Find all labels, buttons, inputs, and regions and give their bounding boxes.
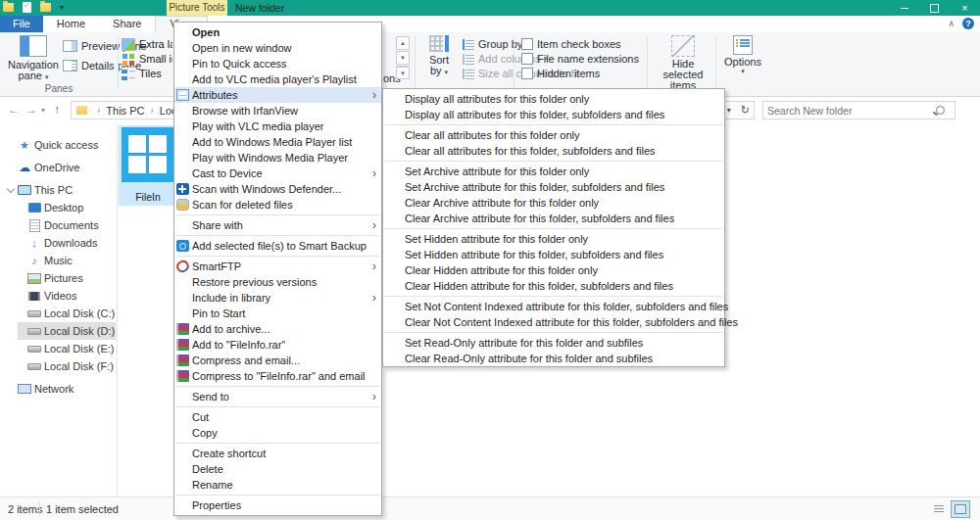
navigation-pane-button[interactable]: Navigation pane ▾ (8, 35, 59, 82)
file-item-selected[interactable]: FileIn (119, 125, 177, 206)
refresh-icon[interactable]: ↻ (741, 104, 750, 117)
submenu-item-clear-all-attributes-for-this-folder-subfolders-and-files[interactable]: Clear all attributes for this folder, su… (383, 143, 724, 159)
sidebar-item-onedrive[interactable]: ☁OneDrive (18, 159, 116, 176)
menu-item-smartftp[interactable]: SmartFTP› (174, 259, 381, 274)
tab-share[interactable]: Share (99, 16, 155, 32)
gallery-scroll-up-button[interactable]: ▲ (396, 36, 410, 50)
checkbox-icon[interactable] (521, 38, 533, 50)
menu-item-add-to-vlc-media-player-s-playlist[interactable]: Add to VLC media player's Playlist (174, 71, 381, 87)
menu-item-add-to-windows-media-player-list[interactable]: Add to Windows Media Player list (174, 134, 381, 150)
menu-item-play-with-vlc-media-player[interactable]: Play with VLC media player (174, 118, 381, 134)
forward-icon[interactable]: → (25, 103, 37, 117)
recent-locations-icon[interactable]: ▾ (41, 106, 45, 115)
layout-option-extra-large-icons[interactable]: Extra large icons (122, 37, 172, 51)
menu-item-play-with-windows-media-player[interactable]: Play with Windows Media Player (174, 150, 381, 165)
back-icon[interactable]: ← (8, 103, 20, 117)
search-box[interactable] (762, 101, 956, 119)
checkbox-item-check-boxes[interactable]: Item check boxes (521, 37, 621, 51)
menu-item-pin-to-start[interactable]: Pin to Start (174, 306, 381, 321)
submenu-item-display-all-attributes-for-this-folder-subfolders-and-files[interactable]: Display all attributes for this folder, … (383, 107, 724, 122)
hide-selected-items-button[interactable]: Hide selected items (655, 35, 711, 91)
submenu-item-clear-all-attributes-for-this-folder-only[interactable]: Clear all attributes for this folder onl… (383, 127, 724, 143)
tab-file[interactable]: File (0, 16, 43, 32)
menu-item-properties[interactable]: Properties (174, 497, 381, 513)
menu-item-compress-to-fileinfo-rar-and-email[interactable]: Compress to "FileInfo.rar" and email (174, 368, 381, 384)
sidebar-item-network[interactable]: Network (18, 380, 116, 398)
menu-item-cast-to-device[interactable]: Cast to Device› (174, 165, 381, 181)
submenu-item-set-hidden-attribute-for-this-folder-subfolders-and-files[interactable]: Set Hidden attribute for this folder, su… (383, 247, 724, 262)
menu-item-scan-for-deleted-files[interactable]: Scan for deleted files (174, 197, 381, 213)
sidebar-item-downloads[interactable]: ↓Downloads (18, 234, 116, 252)
search-input[interactable] (763, 105, 936, 117)
large-icons-view-button[interactable] (951, 500, 970, 518)
menu-item-open[interactable]: Open (174, 24, 381, 40)
group-by-button[interactable]: Group by▾ (463, 37, 530, 51)
sidebar-item-music[interactable]: ♪Music (18, 252, 116, 269)
submenu-item-set-hidden-attribute-for-this-folder-only[interactable]: Set Hidden attribute for this folder onl… (383, 231, 724, 247)
qat-dropdown-icon[interactable]: ▾ (60, 3, 64, 12)
menu-item-cut[interactable]: Cut (174, 409, 381, 425)
sidebar-item-videos[interactable]: Videos (18, 287, 116, 305)
submenu-item-clear-archive-attribute-for-this-folder-only[interactable]: Clear Archive attribute for this folder … (383, 195, 724, 211)
layout-option-tiles[interactable]: Tiles (122, 67, 172, 80)
menu-item-send-to[interactable]: Send to› (174, 389, 381, 404)
checkbox-icon[interactable] (521, 53, 533, 65)
menu-item-open-in-new-window[interactable]: Open in new window (174, 40, 381, 56)
sidebar-item-documents[interactable]: Documents (18, 216, 116, 234)
sidebar-item-local-disk-d-[interactable]: Local Disk (D:) (18, 322, 116, 340)
menu-item-add-to-fileinfo-rar[interactable]: Add to "FileInfo.rar" (174, 337, 381, 353)
submenu-item-display-all-attributes-for-this-folder-only[interactable]: Display all attributes for this folder o… (383, 91, 724, 107)
sidebar-item-pictures[interactable]: Pictures (18, 269, 116, 287)
close-button[interactable]: × (950, 0, 980, 16)
submenu-item-set-not-content-indexed-attribute-for-this-folder-subfolders[interactable]: Set Not Content Indexed attribute for th… (383, 299, 724, 314)
folder-icon[interactable] (40, 3, 51, 12)
folder-icon[interactable] (3, 3, 14, 12)
menu-item-include-in-library[interactable]: Include in library› (174, 290, 381, 306)
menu-item-scan-with-windows-defender[interactable]: Scan with Windows Defender... (174, 181, 381, 197)
gallery-more-button[interactable]: ▼ (396, 66, 410, 79)
expand-chevron-icon[interactable] (7, 185, 15, 193)
menu-item-browse-with-irfanview[interactable]: Browse with IrfanView (174, 103, 381, 118)
breadcrumb-this-pc[interactable]: This PC (106, 105, 144, 117)
sidebar-item-desktop[interactable]: Desktop (18, 199, 116, 216)
menu-item-add-to-archive[interactable]: Add to archive... (174, 321, 381, 337)
layout-option-small-icons[interactable]: Small icons (122, 52, 172, 66)
address-dropdown-icon[interactable]: ▾ (727, 106, 731, 115)
checkbox-hidden-items[interactable]: Hidden items (521, 67, 600, 80)
menu-item-share-with[interactable]: Share with› (174, 217, 381, 233)
help-icon[interactable]: ? (962, 18, 974, 29)
menu-item-attributes[interactable]: Attributes› (174, 87, 381, 103)
menu-item-create-shortcut[interactable]: Create shortcut (174, 446, 381, 461)
properties-check-icon[interactable] (23, 2, 31, 13)
menu-item-rename[interactable]: Rename (174, 477, 381, 493)
sidebar-item-local-disk-e-[interactable]: Local Disk (E:) (18, 340, 116, 357)
menu-item-restore-previous-versions[interactable]: Restore previous versions (174, 274, 381, 290)
submenu-item-clear-archive-attribute-for-this-folder-subfolders-and-files[interactable]: Clear Archive attribute for this folder,… (383, 211, 724, 226)
sidebar-item-this-pc[interactable]: This PC (18, 181, 116, 199)
details-view-button[interactable] (929, 500, 949, 518)
submenu-item-clear-hidden-attribute-for-this-folder-only[interactable]: Clear Hidden attribute for this folder o… (383, 262, 724, 278)
gallery-scroll-down-button[interactable]: ▼ (396, 51, 410, 65)
sidebar-item-quick-access[interactable]: ★Quick access (18, 136, 116, 154)
sidebar-item-local-disk-c-[interactable]: Local Disk (C:) (18, 305, 116, 322)
menu-item-delete[interactable]: Delete (174, 461, 381, 477)
options-button[interactable]: Options ▾ (721, 35, 764, 75)
minimize-button[interactable] (889, 0, 919, 16)
sort-by-button[interactable]: Sort by ▾ (419, 35, 459, 77)
submenu-item-set-archive-attribute-for-this-folder-only[interactable]: Set Archive attribute for this folder on… (383, 164, 724, 179)
submenu-item-clear-hidden-attribute-for-this-folder-subfolders-and-files[interactable]: Clear Hidden attribute for this folder, … (383, 278, 724, 294)
sidebar-item-local-disk-f-[interactable]: Local Disk (F:) (18, 357, 116, 375)
submenu-item-set-read-only-attribute-for-this-folder-and-subfiles[interactable]: Set Read-Only attribute for this folder … (383, 335, 724, 351)
checkbox-file-name-extensions[interactable]: File name extensions (521, 52, 639, 66)
maximize-button[interactable] (919, 0, 950, 16)
collapse-ribbon-icon[interactable]: ∧ (948, 19, 955, 28)
checkbox-icon[interactable] (521, 68, 533, 79)
contextual-tab-picture-tools[interactable]: Picture Tools (167, 0, 227, 16)
menu-item-add-selected-file-s-to-smart-backup[interactable]: Add selected file(s) to Smart Backup (174, 238, 381, 254)
submenu-item-clear-read-only-attribute-for-this-folder-and-subfiles[interactable]: Clear Read-Only attribute for this folde… (383, 351, 724, 366)
up-icon[interactable]: ↑ (54, 103, 60, 117)
submenu-item-clear-not-content-indexed-attribute-for-this-folder-subfolde[interactable]: Clear Not Content Indexed attribute for … (383, 314, 724, 330)
menu-item-compress-and-email[interactable]: Compress and email... (174, 353, 381, 368)
submenu-item-set-archive-attribute-for-this-folder-subfolders-and-files[interactable]: Set Archive attribute for this folder, s… (383, 179, 724, 195)
menu-item-copy[interactable]: Copy (174, 425, 381, 441)
